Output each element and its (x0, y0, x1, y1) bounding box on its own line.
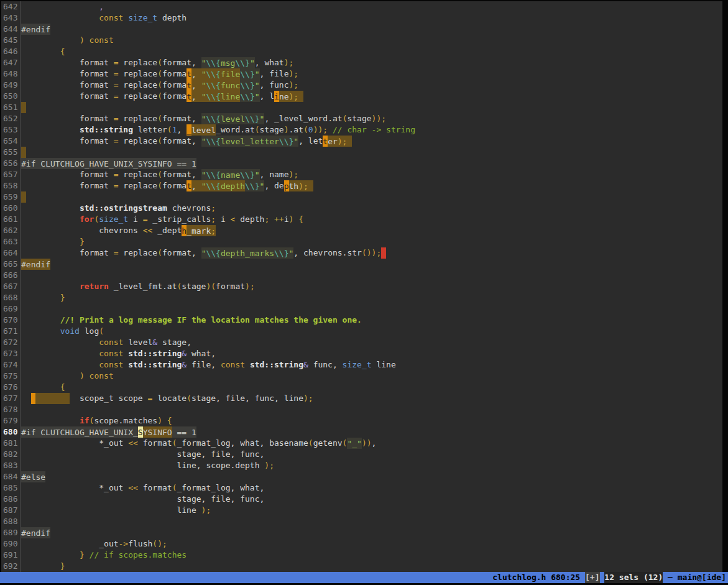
code-token (21, 360, 99, 369)
code-token (21, 293, 60, 302)
code-line[interactable]: 687 line ); (1, 505, 722, 516)
code-line[interactable]: 655 (1, 147, 722, 158)
code-token: ( (157, 58, 162, 67)
line-number: 651 (1, 102, 21, 113)
code-line[interactable]: 657 format = replace(format, "\\{name\\}… (1, 169, 722, 180)
code-token (245, 360, 250, 369)
code-token: _strip_calls (148, 214, 211, 224)
selection: _mark (187, 225, 211, 236)
code-line[interactable]: 661 for(size_t i = _strip_calls; i < dep… (1, 214, 722, 225)
code-line[interactable]: 648 format = replace(format, "\\{file\\}… (1, 68, 722, 80)
code-line[interactable]: 654 format = replace(format, "\\{level_l… (1, 136, 722, 147)
line-number: 688 (1, 516, 21, 527)
code-line[interactable]: 665#endif (1, 259, 722, 270)
code-text: for(size_t i = _strip_calls; i < depth; … (21, 214, 722, 225)
code-line[interactable]: 649 format = replace(format, "\\{func\\}… (1, 80, 722, 91)
code-line[interactable]: 680#if CLUTCHLOG_HAVE_UNIX_SYSINFO == 1 (1, 426, 722, 438)
line-number: 647 (1, 57, 21, 68)
code-token: format (21, 69, 114, 78)
string-highlight: " (255, 169, 260, 180)
code-line[interactable]: 650 format = replace(format, "\\{line\\}… (1, 91, 722, 102)
code-line[interactable]: 662 chevrons << _depth_mark; (1, 225, 722, 236)
code-text: #endif (21, 24, 722, 35)
code-line[interactable]: 677 scope_t scope = locate(stage, file, … (1, 393, 722, 404)
code-token: ++ (274, 214, 284, 224)
code-line[interactable]: 676 { (1, 382, 722, 393)
code-line[interactable]: 651 (1, 102, 722, 113)
code-line[interactable]: 668 } (1, 292, 722, 303)
selection: line (221, 91, 240, 102)
code-token: ( (157, 80, 162, 90)
code-token: scope_t scope (80, 394, 148, 403)
code-line[interactable]: 646 { (1, 46, 722, 57)
code-line[interactable]: 667 return _level_fmt.at(stage)(format); (1, 281, 722, 292)
code-line[interactable]: 685 *_out << format(_format_log, what, (1, 482, 722, 494)
selection: \\{ (206, 180, 220, 191)
code-editor[interactable]: 642 ,643 const size_t depth644#endif645 … (1, 1, 722, 572)
code-text (21, 191, 722, 203)
code-token: forma (162, 91, 187, 101)
code-token: 0 (308, 125, 313, 134)
code-line[interactable]: 670 //! Print a log message IF the locat… (1, 315, 722, 326)
code-line[interactable]: 642 , (1, 1, 722, 12)
code-line[interactable]: 666 (1, 270, 722, 281)
code-token: , what (255, 58, 284, 67)
code-token (21, 382, 60, 392)
code-line[interactable]: 681 *_out << format(_format_log, what, b… (1, 438, 722, 449)
client-session: – main@[ide] (663, 572, 726, 583)
code-token: size_t (343, 360, 372, 369)
string-highlight: \\} (245, 180, 259, 191)
line-number: 665 (1, 259, 21, 270)
code-token: , de (264, 181, 283, 190)
code-line[interactable]: 645 ) const (1, 35, 722, 46)
code-line[interactable]: 671 void log( (1, 326, 722, 337)
code-token: , (372, 438, 377, 448)
line-number: 691 (1, 550, 21, 561)
code-line[interactable]: 663 } (1, 236, 722, 247)
code-line[interactable]: 690 _out->flush(); (1, 538, 722, 550)
string-highlight: " (255, 91, 260, 102)
code-line[interactable]: 669 (1, 303, 722, 315)
code-line[interactable]: 658 format = replace(format, "\\{depth\\… (1, 180, 722, 191)
code-line[interactable]: 686 stage, file, func, (1, 494, 722, 505)
code-line[interactable]: 647 format = replace(format, "\\{msg\\}"… (1, 57, 722, 68)
code-line[interactable]: 691 } // if scopes.matches (1, 550, 722, 561)
code-token: ) (157, 416, 162, 425)
code-line[interactable]: 689#endif (1, 527, 722, 538)
secondary-cursor: p (284, 180, 289, 191)
code-text: } (21, 561, 722, 572)
code-line[interactable]: 679 if(scope.matches) { (1, 415, 722, 426)
code-line[interactable]: 656#if CLUTCHLOG_HAVE_UNIX_SYSINFO == 1 (1, 158, 722, 169)
code-line[interactable]: 682 stage, file, func, (1, 449, 722, 460)
code-line[interactable]: 673 const std::string& what, (1, 348, 722, 359)
code-line[interactable]: 678 (1, 404, 722, 415)
line-number: 656 (1, 158, 21, 169)
code-line[interactable]: 643 const size_t depth (1, 12, 722, 24)
code-line[interactable]: 684#else (1, 471, 722, 482)
code-line[interactable]: 672 const level& stage, (1, 337, 722, 348)
code-line[interactable]: 674 const std::string& file, const std::… (1, 359, 722, 371)
selection (35, 393, 70, 404)
code-token: << (143, 226, 153, 235)
code-token: _dept (152, 226, 182, 235)
code-token: , name (260, 170, 289, 179)
code-line[interactable]: 664 format = replace(format, "\\{depth_m… (1, 247, 722, 259)
code-line[interactable]: 644#endif (1, 24, 722, 35)
code-line[interactable]: 660 std::ostringstream chevrons; (1, 203, 722, 214)
code-token: #if CLUTCHLOG_HAVE_UNIX_ (21, 426, 138, 438)
code-lines: 642 ,643 const size_t depth644#endif645 … (1, 1, 722, 572)
code-line[interactable]: 675 ) const (1, 371, 722, 382)
code-token: ); (201, 505, 211, 515)
code-line[interactable]: 653 std::string letter(1, _level_word.at… (1, 124, 722, 136)
code-line[interactable]: 683 line, scope.depth ); (1, 460, 722, 471)
code-token: format (216, 282, 245, 291)
code-token (21, 47, 60, 56)
code-line[interactable]: 692 } (1, 561, 722, 572)
code-line[interactable]: 659 (1, 191, 722, 203)
code-line[interactable]: 652 format = replace(format, "\\{level\\… (1, 113, 722, 124)
code-token (21, 282, 80, 291)
buffer-info: clutchlog.h 680:25 (492, 572, 585, 583)
code-line[interactable]: 688 (1, 516, 722, 527)
code-text: format = replace(format, "\\{name\\}", n… (21, 169, 722, 180)
code-token: forma (162, 80, 187, 90)
